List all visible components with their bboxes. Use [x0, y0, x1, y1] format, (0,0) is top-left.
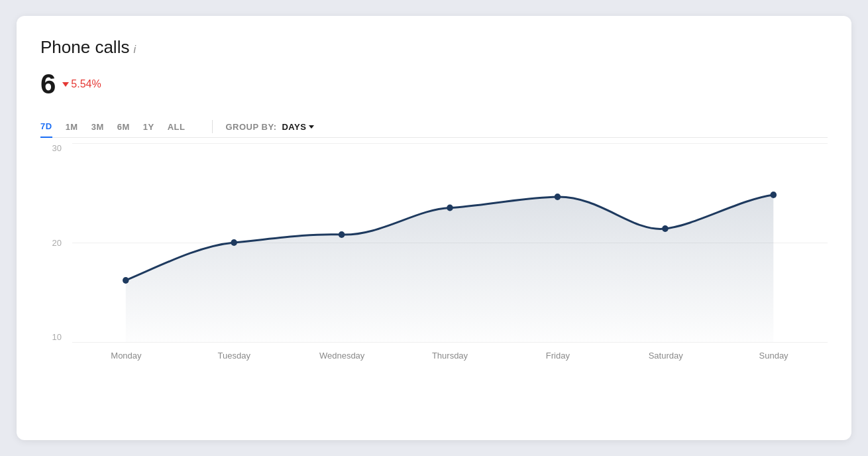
metric-change: 5.54% — [62, 78, 101, 90]
metric-value: 6 — [40, 68, 56, 100]
x-label-sunday: Sunday — [720, 351, 828, 361]
y-axis: 30 20 10 — [40, 143, 67, 342]
group-by-value[interactable]: DAYS — [282, 122, 314, 132]
x-label-friday: Friday — [504, 351, 612, 361]
dot-sunday — [771, 192, 777, 198]
y-label-30: 30 — [40, 143, 67, 153]
chevron-down-icon — [309, 125, 314, 129]
divider — [212, 120, 213, 133]
y-label-10: 10 — [40, 332, 67, 342]
dot-friday — [555, 194, 561, 200]
down-arrow-icon — [62, 82, 69, 87]
chart-area: 30 20 10 — [40, 143, 828, 369]
x-label-monday: Monday — [72, 351, 180, 361]
info-icon[interactable]: i — [133, 44, 136, 56]
time-btn-1y[interactable]: 1Y — [143, 117, 154, 137]
x-label-saturday: Saturday — [612, 351, 720, 361]
controls-row: 7D 1M 3M 6M 1Y ALL GROUP BY: DAYS — [40, 116, 828, 138]
x-label-wednesday: Wednesday — [288, 351, 396, 361]
x-label-tuesday: Tuesday — [180, 351, 288, 361]
dot-saturday — [662, 225, 669, 232]
metric-row: 6 5.54% — [40, 68, 828, 100]
dot-wednesday — [339, 231, 345, 238]
x-label-thursday: Thursday — [396, 351, 504, 361]
dot-monday — [123, 277, 129, 284]
phone-calls-card: Phone calls i 6 5.54% 7D 1M 3M 6M 1Y ALL… — [17, 16, 851, 440]
time-btn-all[interactable]: ALL — [168, 117, 186, 137]
chart-inner — [72, 143, 828, 342]
group-by-label: GROUP BY: — [226, 122, 277, 132]
time-buttons: 7D 1M 3M 6M 1Y ALL — [40, 116, 186, 137]
time-btn-1m[interactable]: 1M — [66, 117, 78, 137]
time-btn-6m[interactable]: 6M — [117, 117, 130, 137]
group-by-control: GROUP BY: DAYS — [226, 122, 315, 132]
card-title: Phone calls — [40, 37, 129, 58]
y-label-20: 20 — [40, 238, 67, 248]
x-labels: Monday Tuesday Wednesday Thursday Friday… — [72, 342, 828, 369]
time-btn-7d[interactable]: 7D — [40, 116, 52, 138]
metric-change-text: 5.54% — [71, 78, 101, 90]
chart-area-fill — [126, 195, 774, 342]
time-btn-3m[interactable]: 3M — [91, 117, 104, 137]
dot-thursday — [447, 205, 453, 211]
title-row: Phone calls i — [40, 37, 828, 58]
dot-tuesday — [231, 239, 237, 246]
line-chart — [72, 143, 828, 342]
